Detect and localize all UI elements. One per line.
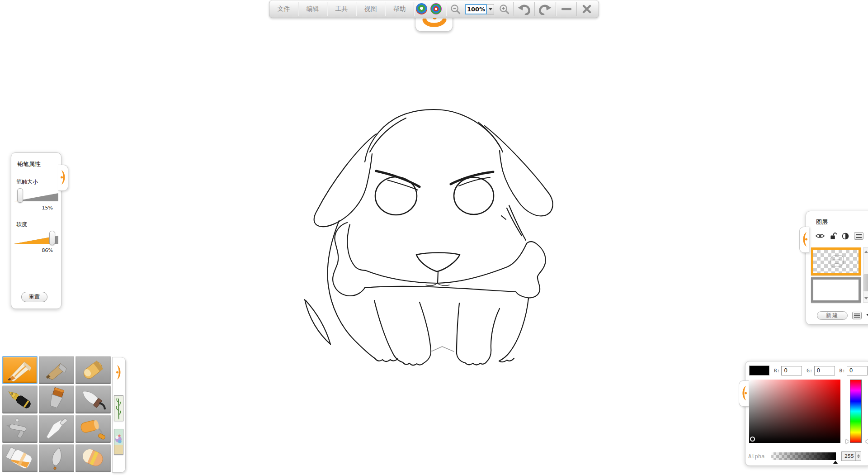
pencil-properties-panel: 铅笔属性 笔触大小 15% 软度 86% 重置	[11, 152, 61, 309]
dog-sketch-drawing	[298, 104, 561, 366]
alpha-value: 255	[842, 453, 855, 459]
hue-marker-left-icon[interactable]	[846, 439, 851, 444]
magnifier-minus-icon	[450, 4, 461, 15]
layer-item[interactable]	[811, 277, 861, 303]
flat-brush-tool-icon	[41, 387, 72, 412]
scrollbar-thumb[interactable]	[863, 274, 868, 291]
menu-edit[interactable]: 编辑	[298, 0, 327, 18]
close-button[interactable]	[577, 0, 597, 18]
zoom-dropdown-arrow[interactable]	[487, 4, 494, 14]
tool-fountain-pen[interactable]	[2, 385, 38, 413]
alpha-spinner[interactable]	[855, 452, 861, 461]
layer-options-menu-button[interactable]	[854, 232, 863, 240]
panel-collapse-handle[interactable]	[58, 165, 68, 191]
menu-tools[interactable]: 工具	[327, 0, 356, 18]
brush-size-label: 笔触大小	[11, 168, 61, 186]
undo-icon	[517, 3, 531, 15]
panel-collapse-handle[interactable]	[739, 380, 749, 407]
menu-view[interactable]: 视图	[356, 0, 385, 18]
alpha-value-box: 255	[841, 451, 861, 461]
softness-slider[interactable]	[14, 230, 58, 247]
r-label: R:	[774, 368, 780, 374]
softness-label: 软度	[11, 211, 61, 228]
tool-leaf-blade[interactable]	[39, 444, 74, 472]
new-layer-button[interactable]: 新建	[817, 311, 848, 320]
redo-icon	[538, 3, 552, 15]
zoom-in-button[interactable]	[495, 0, 513, 18]
brush-size-value: 15%	[11, 205, 61, 211]
panel-title: 图层	[806, 211, 868, 226]
minimize-button[interactable]	[556, 0, 576, 18]
tool-palette-knife[interactable]	[39, 415, 74, 443]
palette-side-tab[interactable]	[112, 357, 126, 473]
scroll-up-icon[interactable]	[863, 248, 868, 254]
texture-preview-artwork[interactable]	[114, 429, 123, 455]
layer-scrollbar[interactable]	[863, 247, 868, 303]
layer-list-menu-button[interactable]	[852, 312, 862, 319]
ink-brush-tool-icon	[77, 387, 109, 412]
zoom-level-input[interactable]	[465, 4, 487, 14]
contrast-half-circle-icon[interactable]	[842, 233, 849, 240]
orange-handle-icon	[741, 385, 747, 401]
softness-thumb[interactable]	[49, 231, 55, 245]
tool-ink-brush[interactable]	[75, 385, 111, 413]
tool-eraser[interactable]	[75, 444, 111, 472]
layer-sketch-preview	[813, 250, 859, 273]
orange-handle-icon	[116, 365, 122, 380]
scroll-down-icon[interactable]	[863, 296, 868, 302]
unlock-padlock-icon[interactable]	[830, 232, 837, 240]
tool-crayon[interactable]	[75, 356, 111, 384]
tool-pencil[interactable]	[2, 356, 38, 384]
saturation-value-field[interactable]	[749, 380, 840, 443]
canvas[interactable]	[0, 0, 868, 475]
layer-item-selected[interactable]	[811, 247, 861, 276]
eraser-tool-icon	[77, 446, 109, 470]
g-label: G:	[807, 368, 812, 374]
paint-roller-tool-icon	[77, 417, 109, 441]
main-toolbar: 文件 编辑 工具 视图 帮助	[269, 0, 599, 18]
hue-marker-right-icon[interactable]	[863, 439, 868, 444]
alpha-label: Alpha	[748, 453, 764, 460]
crayon-tool-icon	[77, 358, 109, 382]
tool-sharp-pencil[interactable]	[39, 356, 74, 384]
alpha-marker-icon[interactable]	[833, 458, 838, 464]
tool-airbrush[interactable]	[2, 415, 38, 443]
r-input[interactable]	[781, 366, 802, 375]
reset-button[interactable]: 重置	[21, 292, 47, 302]
sharp-pencil-tool-icon	[41, 358, 72, 382]
minus-icon	[561, 7, 571, 11]
color-field-cursor[interactable]	[750, 437, 755, 442]
paint-tube-tool-icon	[4, 446, 36, 470]
zoom-out-button[interactable]	[446, 0, 464, 18]
alpha-slider[interactable]	[771, 452, 836, 460]
texture-preview-plant[interactable]	[114, 395, 123, 421]
brush-size-slider[interactable]	[14, 188, 58, 204]
tool-paint-tube[interactable]	[2, 444, 38, 472]
undo-button[interactable]	[514, 0, 534, 18]
b-input[interactable]	[847, 366, 868, 375]
brush-size-thumb[interactable]	[17, 188, 23, 203]
plant-thumbnail-icon	[114, 396, 123, 421]
current-color-swatch[interactable]	[749, 366, 769, 375]
tool-flat-brush[interactable]	[39, 385, 74, 413]
tool-paint-roller[interactable]	[75, 415, 111, 443]
g-input[interactable]	[814, 366, 835, 375]
airbrush-tool-icon	[4, 417, 36, 441]
layer-list	[811, 247, 861, 303]
spinner-down-icon[interactable]	[857, 456, 860, 460]
softness-value: 86%	[11, 247, 61, 253]
visibility-eye-icon[interactable]	[815, 233, 825, 239]
chevron-down-icon[interactable]	[866, 314, 868, 318]
panel-title: 铅笔属性	[11, 153, 61, 168]
orange-handle-icon	[61, 170, 66, 185]
redo-button[interactable]	[535, 0, 556, 18]
tool-palette	[2, 356, 111, 472]
zoom-level-combo	[465, 4, 494, 14]
fountain-pen-tool-icon	[4, 387, 36, 412]
hue-slider[interactable]	[850, 380, 862, 443]
spinner-up-icon[interactable]	[857, 453, 860, 456]
panel-collapse-handle[interactable]	[799, 227, 809, 253]
menu-file[interactable]: 文件	[269, 0, 298, 18]
menu-help[interactable]: 帮助	[385, 0, 414, 18]
pencil-tool-icon	[4, 358, 36, 382]
